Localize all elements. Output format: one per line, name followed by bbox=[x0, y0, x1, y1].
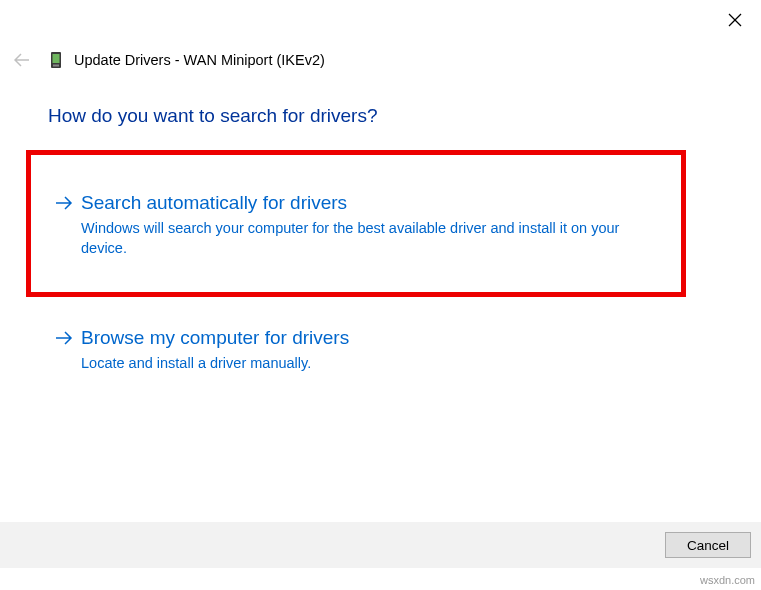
option-auto-title: Search automatically for drivers bbox=[81, 191, 669, 216]
arrow-right-icon bbox=[55, 331, 73, 349]
svg-rect-4 bbox=[53, 65, 59, 67]
close-icon bbox=[728, 13, 742, 27]
wizard-title: Update Drivers - WAN Miniport (IKEv2) bbox=[74, 52, 325, 68]
svg-rect-3 bbox=[53, 54, 60, 63]
arrow-left-icon bbox=[14, 53, 30, 67]
back-button bbox=[10, 48, 34, 72]
arrow-right-icon bbox=[55, 196, 73, 214]
footer: Cancel bbox=[0, 522, 761, 568]
cancel-button[interactable]: Cancel bbox=[665, 532, 751, 558]
option-auto-desc: Windows will search your computer for th… bbox=[81, 218, 641, 259]
close-button[interactable] bbox=[725, 10, 745, 30]
wizard-header: Update Drivers - WAN Miniport (IKEv2) bbox=[10, 48, 325, 72]
device-icon bbox=[50, 51, 62, 69]
watermark: wsxdn.com bbox=[700, 574, 755, 586]
option-search-automatically[interactable]: Search automatically for drivers Windows… bbox=[55, 183, 669, 270]
page-heading: How do you want to search for drivers? bbox=[48, 105, 378, 127]
option-browse-computer[interactable]: Browse my computer for drivers Locate an… bbox=[55, 318, 669, 385]
option-browse-title: Browse my computer for drivers bbox=[81, 326, 669, 351]
option-browse-desc: Locate and install a driver manually. bbox=[81, 353, 641, 373]
